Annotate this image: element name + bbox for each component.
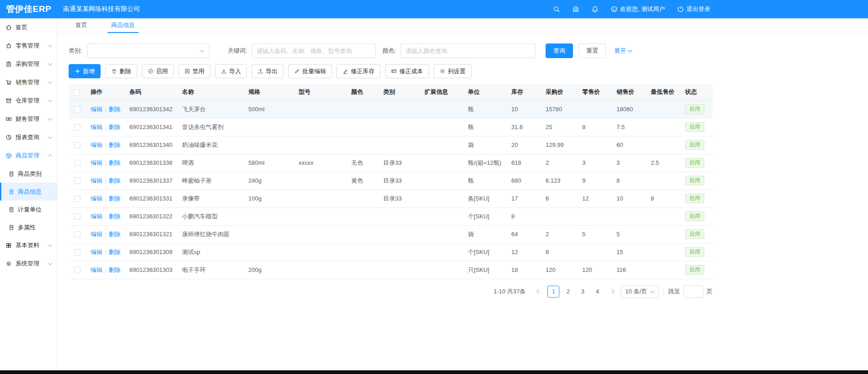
cell-stock: 18 [507,261,541,279]
cell-ext [420,190,463,207]
edit-link[interactable]: 编辑 [91,266,102,273]
edit-link[interactable]: 编辑 [91,159,102,166]
reset-button[interactable]: 重置 [579,43,606,58]
jump-page-input[interactable] [683,285,703,298]
row-checkbox[interactable] [74,106,80,113]
cell-status: 启用 [680,190,713,207]
store-icon[interactable] [572,5,579,13]
add-button[interactable]: 新增 [69,64,101,78]
row-checkbox[interactable] [74,267,80,273]
edit-link[interactable]: 编辑 [91,195,102,202]
cell-unit: 个[SKU] [463,207,507,225]
row-checkbox[interactable] [74,160,80,166]
search-icon[interactable] [553,5,560,13]
sidebar-item-reports[interactable]: 报表查询 [0,128,57,146]
company-name: 南通某某网络科技有限公司 [63,5,140,13]
sidebar-subitem-label: 计量单位 [18,206,42,214]
delete-link[interactable]: 删除 [108,124,120,130]
op-divider: | [105,177,106,184]
export-button[interactable]: 导出 [252,64,284,78]
edit-link[interactable]: 编辑 [91,177,102,184]
toolbar: 新增删除启用禁用导入导出批量编辑修正库存修正成本列设置 [69,64,868,78]
page-size-select[interactable]: 10 条/页 [621,285,659,298]
row-checkbox[interactable] [74,213,80,220]
page-buttons: 1234 [547,286,603,298]
sidebar-item-system[interactable]: 系统管理 [0,255,57,273]
cell-barcode: 6901236301309 [125,243,177,261]
next-page-button[interactable] [606,286,617,298]
cell-min [646,261,680,279]
sidebar-subitem-计量单位[interactable]: 计量单位 [0,201,57,218]
delete-link[interactable]: 删除 [108,141,120,148]
edit-link[interactable]: 编辑 [91,124,102,130]
edit-link[interactable]: 编辑 [91,106,102,113]
welcome-user[interactable]: 欢迎您, 测试用户 [611,5,665,13]
sidebar-item-products[interactable]: 商品管理 [0,146,57,165]
row-checkbox[interactable] [74,249,80,255]
sidebar-item-retail[interactable]: 零售管理 [0,37,57,55]
row-checkbox[interactable] [74,178,80,184]
row-operations: 编辑|删除 [86,261,125,279]
delete-link[interactable]: 删除 [108,159,120,166]
category-select[interactable] [87,43,209,58]
cell-name: 蜂蜜柚子茶 [177,172,244,190]
delete-link[interactable]: 删除 [108,106,120,113]
top-header: 管伊佳ERP 南通某某网络科技有限公司 欢迎您, 测试用户 [0,0,868,18]
page-button-4[interactable]: 4 [591,286,603,298]
delete-link[interactable]: 删除 [108,177,120,184]
delete-link[interactable]: 删除 [108,249,120,255]
sidebar-item-finance[interactable]: 财务管理 [0,110,57,128]
column-settings-button[interactable]: 列设置 [434,64,472,78]
row-checkbox[interactable] [74,195,80,202]
import-button[interactable]: 导入 [215,64,247,78]
cell-sale: 60 [612,136,646,154]
delete-button[interactable]: 删除 [105,64,137,78]
row-select-cell [69,207,86,225]
cell-purchase [541,207,578,225]
cell-name: 啤酒 [177,154,244,172]
expand-link[interactable]: 展开 [614,47,632,55]
cell-purchase: 6.123 [541,172,578,190]
select-all-checkbox[interactable] [73,89,80,96]
sidebar-item-purchase[interactable]: 采购管理 [0,55,57,73]
tab-首页[interactable]: 首页 [72,18,91,33]
sidebar-item-home[interactable]: 首页 [0,18,57,37]
edit-link[interactable]: 编辑 [91,141,102,148]
fix-cost-button[interactable]: 修正成本 [385,64,429,78]
logout-button[interactable]: 退出登录 [677,5,710,13]
sidebar-item-sales[interactable]: 销售管理 [0,73,57,92]
sidebar-subitem-商品信息[interactable]: 商品信息 [0,183,57,201]
keyword-input[interactable] [252,43,376,58]
row-checkbox[interactable] [74,231,80,238]
disable-button[interactable]: 禁用 [178,64,210,78]
row-checkbox[interactable] [74,124,80,130]
sidebar-item-basic-data[interactable]: 基本资料 [0,236,57,255]
page-button-1[interactable]: 1 [547,286,559,298]
color-input[interactable] [401,43,536,58]
status-badge: 启用 [685,247,704,257]
edit-link[interactable]: 编辑 [91,231,102,238]
tab-商品信息[interactable]: 商品信息 [107,18,139,33]
row-select-cell [69,100,86,118]
search-button[interactable]: 查询 [546,43,573,58]
delete-link[interactable]: 删除 [108,213,120,220]
cell-category: 目录33 [379,190,420,207]
page-button-3[interactable]: 3 [577,286,589,298]
sidebar-item-warehouse[interactable]: 仓库管理 [0,92,57,110]
sidebar-subitem-多属性[interactable]: 多属性 [0,218,57,236]
fix-stock-button[interactable]: 修正库存 [337,64,380,78]
page-button-2[interactable]: 2 [562,286,574,298]
delete-link[interactable]: 删除 [108,266,120,273]
edit-link[interactable]: 编辑 [91,213,102,220]
bell-icon[interactable] [591,5,599,13]
enable-button[interactable]: 启用 [142,64,174,78]
delete-link[interactable]: 删除 [108,195,120,202]
row-checkbox[interactable] [74,142,80,148]
batch-edit-button[interactable]: 批量编辑 [288,64,332,78]
column-header-规格: 规格 [244,84,294,100]
sidebar-subitem-商品类别[interactable]: 商品类别 [0,165,57,183]
edit-link[interactable]: 编辑 [91,249,102,255]
column-header-名称: 名称 [177,84,244,100]
prev-page-button[interactable] [533,286,544,298]
delete-link[interactable]: 删除 [108,231,120,238]
